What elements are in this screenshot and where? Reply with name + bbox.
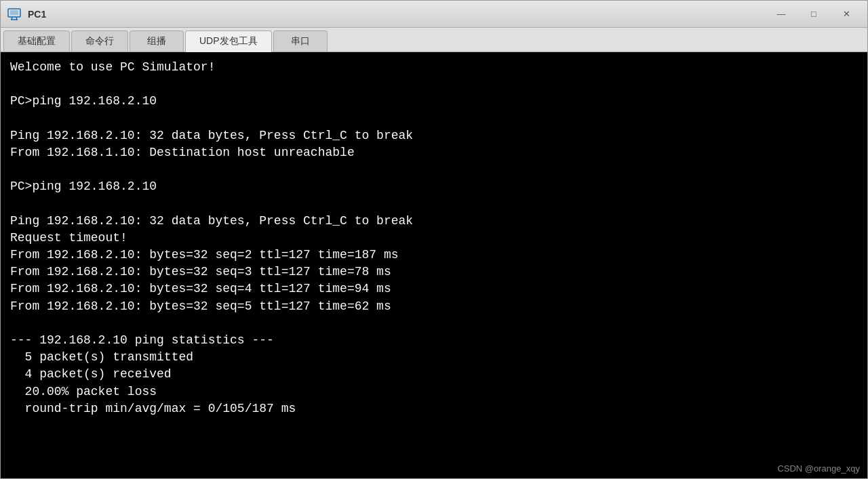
title-bar: PC1 — □ ✕ <box>1 1 867 28</box>
close-button[interactable]: ✕ <box>831 4 862 24</box>
minimize-button[interactable]: — <box>766 4 797 24</box>
tab-command-line[interactable]: 命令行 <box>71 30 128 51</box>
title-left: PC1 <box>6 6 46 22</box>
tab-udp-tool[interactable]: UDP发包工具 <box>185 30 272 52</box>
maximize-button[interactable]: □ <box>798 4 829 24</box>
pc-icon <box>6 6 22 22</box>
tab-multicast[interactable]: 组播 <box>130 30 184 51</box>
window-title: PC1 <box>28 9 46 20</box>
watermark: CSDN @orange_xqy <box>777 463 860 474</box>
window-controls: — □ ✕ <box>766 4 862 24</box>
terminal-output[interactable]: Welcome to use PC Simulator! PC>ping 192… <box>1 52 867 478</box>
main-window: PC1 — □ ✕ 基础配置 命令行 组播 UDP发包工具 串口 Welcome… <box>0 0 868 479</box>
svg-rect-4 <box>10 10 18 15</box>
tab-basic-config[interactable]: 基础配置 <box>3 30 70 51</box>
tab-serial[interactable]: 串口 <box>273 30 328 51</box>
tab-bar: 基础配置 命令行 组播 UDP发包工具 串口 <box>1 28 867 52</box>
